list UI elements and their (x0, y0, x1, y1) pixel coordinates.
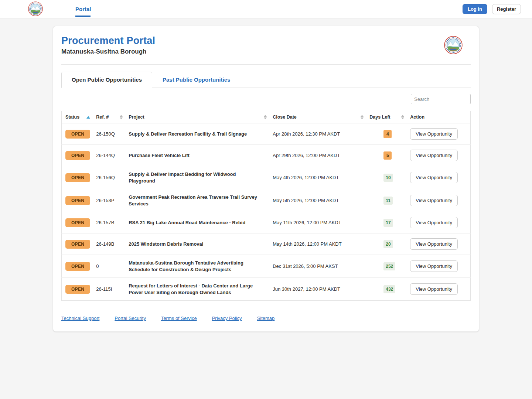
header-divider (61, 64, 471, 65)
days-left-badge: 252 (383, 262, 395, 270)
days-left-badge: 10 (383, 174, 393, 182)
project-cell: Purchase Fleet Vehicle Lift (129, 152, 267, 159)
view-opportunity-button[interactable]: View Opportunity (410, 217, 458, 228)
days-left-badge: 4 (383, 130, 392, 138)
close-date-cell: May 4th 2026, 12:00 PM AKDT (270, 166, 366, 189)
ref-cell: 26-144Q (93, 145, 126, 166)
search-row (61, 94, 471, 104)
status-badge: OPEN (65, 173, 90, 182)
close-date-cell: Apr 28th 2026, 12:30 PM AKDT (270, 123, 366, 145)
project-cell: Supply & Deliver Recreation Facility & T… (129, 131, 267, 137)
ref-cell: 26-149B (93, 233, 126, 255)
status-badge: OPEN (65, 196, 90, 205)
project-cell: RSA 21 Big Lake Annual Road Maintenance … (129, 219, 267, 226)
sort-icon (401, 115, 404, 119)
page-title: Procurement Portal (61, 35, 155, 47)
view-opportunity-button[interactable]: View Opportunity (410, 195, 458, 206)
ref-cell: 0 (93, 255, 126, 278)
table-row: OPEN 26-144Q Purchase Fleet Vehicle Lift… (62, 145, 471, 166)
view-opportunity-button[interactable]: View Opportunity (410, 283, 458, 295)
close-date-cell: Jun 30th 2027, 12:00 PM AKDT (270, 278, 366, 301)
card-header: Procurement Portal Matanuska-Susitna Bor… (61, 35, 471, 55)
project-cell: 2025 Windstorm Debris Removal (129, 241, 267, 248)
borough-seal-logo[interactable] (28, 1, 43, 16)
column-header-action: Action (407, 111, 470, 123)
close-date-cell: May 11th 2026, 12:00 PM AKDT (270, 212, 366, 233)
terms-of-service-link[interactable]: Terms of Service (161, 316, 197, 321)
tab-past-public-opportunities[interactable]: Past Public Opportunities (152, 72, 241, 88)
table-row: OPEN 26-157B RSA 21 Big Lake Annual Road… (62, 212, 471, 233)
days-left-badge: 11 (383, 197, 393, 205)
project-cell: Matanuska-Susitna Borough Tentative Adve… (129, 260, 267, 273)
column-header-days-left[interactable]: Days Left (366, 111, 407, 123)
column-header-status[interactable]: Status (62, 111, 93, 123)
column-header-close-date[interactable]: Close Date (270, 111, 366, 123)
days-left-badge: 5 (383, 151, 392, 160)
close-date-cell: Dec 31st 2026, 5:00 PM AKST (270, 255, 366, 278)
project-cell: Request for Letters of Interest - Data C… (129, 283, 267, 296)
days-left-badge: 17 (383, 219, 393, 227)
status-badge: OPEN (65, 285, 90, 294)
technical-support-link[interactable]: Technical Support (61, 316, 99, 321)
ref-cell: 26-153P (93, 189, 126, 212)
table-row: OPEN 26-149B 2025 Windstorm Debris Remov… (62, 233, 471, 255)
sort-icon (120, 115, 123, 119)
ref-cell: 26-156Q (93, 166, 126, 189)
table-row: OPEN 0 Matanuska-Susitna Borough Tentati… (62, 255, 471, 278)
ref-cell: 26-150Q (93, 123, 126, 145)
close-date-cell: May 14th 2026, 12:00 PM AKDT (270, 233, 366, 255)
ref-cell: 26-115I (93, 278, 126, 301)
table-row: OPEN 26-150Q Supply & Deliver Recreation… (62, 123, 471, 145)
column-header-project[interactable]: Project (126, 111, 270, 123)
tab-open-public-opportunities[interactable]: Open Public Opportunities (61, 72, 152, 88)
view-opportunity-button[interactable]: View Opportunity (410, 260, 458, 272)
view-opportunity-button[interactable]: View Opportunity (410, 150, 458, 161)
status-badge: OPEN (65, 130, 90, 139)
table-row: OPEN 26-156Q Supply & Deliver Impact Bed… (62, 166, 471, 189)
privacy-policy-link[interactable]: Privacy Policy (212, 316, 242, 321)
table-row: OPEN 26-115I Request for Letters of Inte… (62, 278, 471, 301)
borough-seal-image (444, 36, 463, 54)
table-header-row: Status Ref. # Project Close Date Day (62, 111, 471, 123)
sort-ascending-icon (86, 116, 90, 119)
status-badge: OPEN (65, 240, 90, 249)
ref-cell: 26-157B (93, 212, 126, 233)
login-button[interactable]: Log In (463, 4, 487, 14)
top-navbar: Portal Log In Register (0, 0, 532, 18)
days-left-badge: 432 (383, 285, 395, 293)
view-opportunity-button[interactable]: View Opportunity (410, 238, 458, 250)
register-button[interactable]: Register (492, 4, 521, 14)
footer-links: Technical Support Portal Security Terms … (61, 316, 471, 321)
tab-bar: Open Public Opportunities Past Public Op… (61, 72, 471, 88)
view-opportunity-button[interactable]: View Opportunity (410, 172, 458, 183)
view-opportunity-button[interactable]: View Opportunity (410, 128, 458, 140)
project-cell: Government Peak Recreation Area Traverse… (129, 194, 267, 207)
nav-portal-link[interactable]: Portal (75, 0, 91, 18)
status-badge: OPEN (65, 262, 90, 271)
column-header-ref[interactable]: Ref. # (93, 111, 126, 123)
close-date-cell: Apr 29th 2026, 12:00 PM AKDT (270, 145, 366, 166)
status-badge: OPEN (65, 218, 90, 227)
close-date-cell: May 5th 2026, 12:00 PM AKDT (270, 189, 366, 212)
table-row: OPEN 26-153P Government Peak Recreation … (62, 189, 471, 212)
portal-security-link[interactable]: Portal Security (115, 316, 146, 321)
status-badge: OPEN (65, 151, 90, 160)
sitemap-link[interactable]: Sitemap (257, 316, 275, 321)
days-left-badge: 20 (383, 240, 393, 248)
procurement-portal-card: Procurement Portal Matanuska-Susitna Bor… (53, 26, 479, 332)
page-subtitle: Matanuska-Susitna Borough (61, 48, 155, 55)
opportunities-table: Status Ref. # Project Close Date Day (61, 111, 471, 301)
project-cell: Supply & Deliver Impact Bedding for Wild… (129, 171, 267, 184)
sort-icon (361, 115, 364, 119)
sort-icon (264, 115, 267, 119)
nav-actions: Log In Register (463, 4, 521, 14)
search-input[interactable] (411, 94, 471, 104)
